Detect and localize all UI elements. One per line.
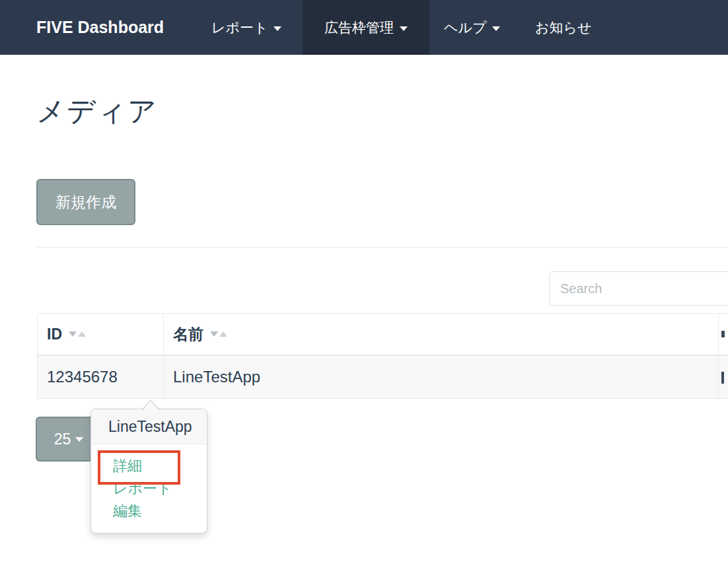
section-divider xyxy=(36,247,728,248)
column-header-clipped xyxy=(719,314,728,355)
popover-body: 詳細 レポート 編集 xyxy=(91,444,207,522)
brand-logo[interactable]: FIVE Dashboard xyxy=(36,0,164,55)
cell-media-id: 12345678 xyxy=(38,356,164,398)
nav-item-ad-slot-management[interactable]: 広告枠管理 xyxy=(303,0,429,55)
column-header-name[interactable]: 名前 xyxy=(164,314,719,355)
clipped-text-fragment xyxy=(721,331,725,337)
nav-item-reports[interactable]: レポート xyxy=(211,0,281,55)
row-action-popover: LineTestApp 詳細 レポート 編集 xyxy=(91,409,207,533)
caret-down-icon xyxy=(492,26,500,31)
clipped-text-fragment xyxy=(721,372,724,384)
sort-desc-icon xyxy=(69,331,77,337)
table-header-row: ID 名前 xyxy=(38,314,728,356)
table-row[interactable]: 12345678 LineTestApp xyxy=(38,356,728,399)
sort-asc-icon xyxy=(219,331,227,337)
sort-asc-icon xyxy=(78,331,86,337)
cell-clipped xyxy=(719,356,728,398)
cell-media-name: LineTestApp xyxy=(164,356,719,398)
page-title: メディア xyxy=(36,92,158,131)
nav-item-news[interactable]: お知らせ xyxy=(535,0,591,55)
sort-icons xyxy=(210,331,227,337)
popover-arrow-icon xyxy=(143,401,159,410)
popover-link-report[interactable]: レポート xyxy=(91,477,207,500)
search-input[interactable] xyxy=(549,271,728,306)
popover-link-detail[interactable]: 詳細 xyxy=(91,455,207,477)
caret-down-icon xyxy=(75,437,83,442)
nav-item-label: お知らせ xyxy=(535,20,591,35)
popover-title: LineTestApp xyxy=(91,409,207,444)
page-size-value: 25 xyxy=(54,430,71,448)
sort-desc-icon xyxy=(210,331,218,337)
column-header-id[interactable]: ID xyxy=(38,314,164,355)
media-table: ID 名前 12345678 LineTestApp xyxy=(37,313,728,399)
nav-item-label: レポート xyxy=(211,20,268,35)
caret-down-icon xyxy=(400,26,408,31)
top-navbar: FIVE Dashboard レポート 広告枠管理 ヘルプ お知らせ xyxy=(0,0,728,55)
create-new-button[interactable]: 新規作成 xyxy=(36,179,135,225)
popover-link-edit[interactable]: 編集 xyxy=(91,500,207,522)
nav-item-label: ヘルプ xyxy=(444,20,486,35)
sort-icons xyxy=(69,331,86,337)
column-label: 名前 xyxy=(173,324,203,345)
nav-item-label: 広告枠管理 xyxy=(324,20,394,35)
nav-item-help[interactable]: ヘルプ xyxy=(444,0,500,55)
caret-down-icon xyxy=(273,26,281,31)
column-label: ID xyxy=(47,326,62,343)
